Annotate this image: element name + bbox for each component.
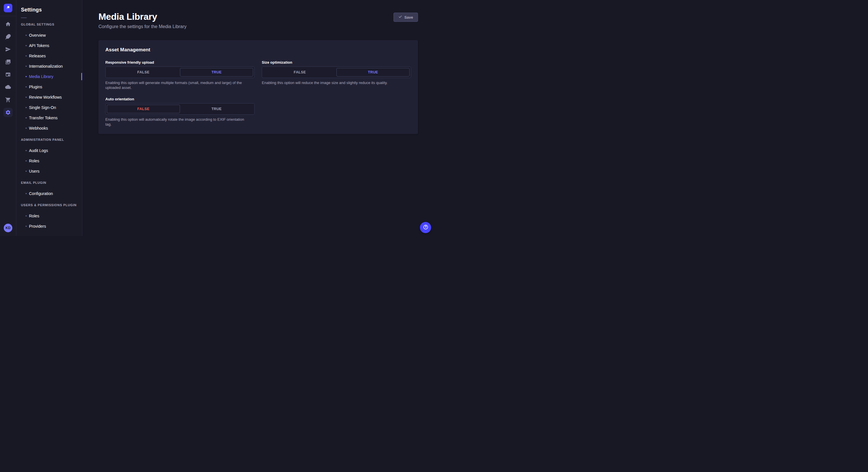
field-size-optimization: Size optimization FALSE TRUE Enabling th…	[262, 60, 411, 90]
field-hint: Enabling this option will reduce the ima…	[262, 80, 411, 86]
sidebar-item-admin-roles[interactable]: Roles	[17, 156, 82, 166]
sidebar-item-releases[interactable]	[3, 45, 12, 54]
toggle-option-false[interactable]: FALSE	[107, 105, 180, 113]
sidebar-item-marketplace[interactable]	[3, 95, 12, 104]
section-label: GLOBAL SETTINGS	[21, 23, 78, 26]
strapi-logo-icon	[5, 5, 11, 11]
sidebar-item-cloud[interactable]	[3, 82, 12, 92]
bullet-dot	[26, 117, 27, 119]
sidebar-item-internationalization[interactable]: Internationalization	[17, 61, 82, 71]
sidebar-item-label: Transfer Tokens	[29, 115, 58, 120]
sidebar-item-label: Overview	[29, 33, 45, 38]
auto-orientation-toggle: FALSE TRUE	[105, 103, 255, 115]
sidebar-item-media-library[interactable]: Media Library	[17, 71, 82, 82]
sidebar-item-content-manager[interactable]	[3, 70, 12, 79]
gear-icon	[5, 109, 11, 115]
sidebar-item-webhooks[interactable]: Webhooks	[17, 123, 82, 133]
sidebar-item-content-type-builder[interactable]	[3, 32, 12, 41]
sidebar-item-settings[interactable]	[3, 108, 12, 117]
sidebar-item-audit-logs[interactable]: Audit Logs	[17, 145, 82, 156]
sidebar-item-overview[interactable]: Overview	[17, 30, 82, 40]
bullet-dot	[26, 45, 27, 46]
section-users-permissions-plugin: USERS & PERMISSIONS PLUGIN Roles Provide…	[17, 203, 82, 231]
sidebar-item-label: Configuration	[29, 191, 53, 196]
bullet-dot	[26, 107, 27, 108]
feather-icon	[5, 34, 11, 40]
section-email-plugin: EMAIL PLUGIN Configuration	[17, 181, 82, 199]
bullet-dot	[26, 226, 27, 227]
size-optimization-toggle: FALSE TRUE	[262, 67, 411, 78]
bullet-dot	[26, 86, 27, 88]
fields-grid: Responsive friendly upload FALSE TRUE En…	[105, 60, 411, 127]
asset-management-card: Asset Management Responsive friendly upl…	[98, 40, 418, 134]
page-subtitle: Configure the settings for the Media Lib…	[98, 24, 187, 29]
section-label: USERS & PERMISSIONS PLUGIN	[21, 203, 78, 207]
sidebar-item-label: Users	[29, 169, 40, 173]
section-administration-panel: ADMINISTRATION PANEL Audit Logs Roles Us…	[17, 138, 82, 176]
sidebar-item-label: Audit Logs	[29, 148, 48, 153]
toggle-option-false[interactable]: FALSE	[107, 68, 180, 76]
section-label: ADMINISTRATION PANEL	[21, 138, 78, 141]
field-responsive-friendly-upload: Responsive friendly upload FALSE TRUE En…	[105, 60, 255, 90]
toggle-option-true[interactable]: TRUE	[336, 68, 410, 76]
media-library-icon	[5, 59, 11, 65]
save-button-label: Save	[404, 15, 413, 20]
main-content: Media Library Configure the settings for…	[82, 0, 434, 236]
field-label: Size optimization	[262, 60, 411, 65]
bullet-dot	[26, 193, 27, 194]
bullet-dot	[26, 215, 27, 216]
save-button[interactable]: Save	[394, 12, 418, 22]
sidebar-item-media-library[interactable]	[3, 57, 12, 67]
sidebar-item-home[interactable]	[3, 20, 12, 29]
sidebar-item-email-configuration[interactable]: Configuration	[17, 189, 82, 199]
sidebar-item-label: Webhooks	[29, 126, 48, 131]
sidebar-item-label: Media Library	[29, 74, 53, 79]
sidebar-item-up-providers[interactable]: Providers	[17, 221, 82, 231]
sidebar-item-label: API Tokens	[29, 43, 50, 48]
sidebar-item-label: Internationalization	[29, 64, 63, 69]
toggle-option-true[interactable]: TRUE	[180, 105, 253, 113]
toggle-option-false[interactable]: FALSE	[263, 68, 336, 76]
sidebar-item-transfer-tokens[interactable]: Transfer Tokens	[17, 113, 82, 123]
help-button[interactable]	[420, 222, 431, 233]
home-icon	[5, 21, 11, 27]
sidebar-item-api-tokens[interactable]: API Tokens	[17, 40, 82, 51]
section-global-settings: GLOBAL SETTINGS Overview API Tokens Rele…	[17, 23, 82, 133]
sidebar-item-single-sign-on[interactable]: Single Sign-On	[17, 102, 82, 113]
bullet-dot	[26, 97, 27, 98]
sidebar-item-releases[interactable]: Releases	[17, 51, 82, 61]
page-title: Media Library	[98, 11, 187, 22]
bullet-dot	[26, 160, 27, 162]
sidebar-item-admin-users[interactable]: Users	[17, 166, 82, 176]
field-auto-orientation: Auto orientation FALSE TRUE Enabling thi…	[105, 97, 255, 127]
settings-subnav: Settings GLOBAL SETTINGS Overview API To…	[17, 0, 82, 236]
sidebar-item-label: Roles	[29, 159, 39, 163]
sidebar-item-label: Providers	[29, 224, 46, 229]
content-window-icon	[5, 72, 11, 77]
icon-sidebar: KD	[0, 0, 17, 236]
user-avatar[interactable]: KD	[4, 224, 12, 232]
sidebar-item-label: Review Workflows	[29, 95, 62, 100]
sidebar-item-label: Single Sign-On	[29, 105, 56, 110]
cart-icon	[5, 97, 11, 103]
subnav-title: Settings	[17, 7, 82, 13]
field-label: Responsive friendly upload	[105, 60, 255, 65]
subnav-divider	[21, 18, 27, 18]
active-indicator	[81, 73, 82, 80]
sidebar-item-up-roles[interactable]: Roles	[17, 211, 82, 221]
bullet-dot	[26, 66, 27, 67]
sidebar-item-label: Plugins	[29, 85, 42, 89]
toggle-option-true[interactable]: TRUE	[180, 68, 253, 76]
bullet-dot	[26, 171, 27, 172]
sidebar-item-plugins[interactable]: Plugins	[17, 82, 82, 92]
sidebar-item-review-workflows[interactable]: Review Workflows	[17, 92, 82, 102]
question-icon	[423, 224, 429, 231]
responsive-friendly-upload-toggle: FALSE TRUE	[105, 67, 255, 78]
card-title: Asset Management	[105, 47, 411, 53]
page-header: Media Library Configure the settings for…	[98, 0, 418, 29]
bullet-dot	[26, 128, 27, 129]
check-icon	[398, 15, 402, 20]
paper-plane-icon	[5, 46, 11, 52]
field-label: Auto orientation	[105, 97, 255, 101]
strapi-logo[interactable]	[4, 4, 12, 12]
